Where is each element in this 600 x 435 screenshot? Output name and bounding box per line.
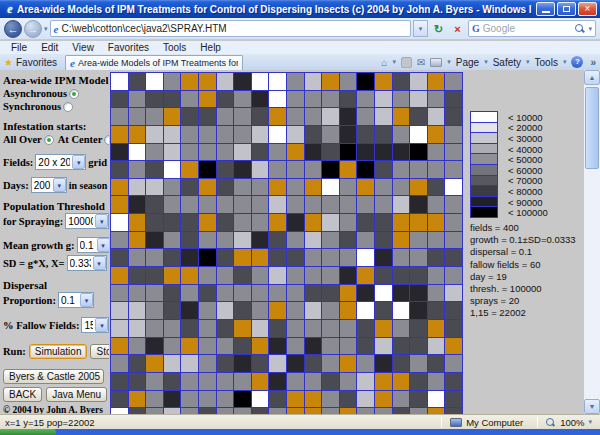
grid-cell[interactable] bbox=[287, 161, 304, 178]
start-button[interactable] bbox=[0, 429, 56, 435]
minimize-button[interactable] bbox=[536, 2, 555, 16]
grid-cell[interactable] bbox=[428, 320, 445, 337]
grid-cell[interactable] bbox=[287, 179, 304, 196]
grid-cell[interactable] bbox=[217, 285, 234, 302]
grid-cell[interactable] bbox=[322, 144, 339, 161]
grid-cell[interactable] bbox=[129, 302, 146, 319]
grid-cell[interactable] bbox=[269, 338, 286, 355]
grid-cell[interactable] bbox=[252, 196, 269, 213]
grid-cell[interactable] bbox=[199, 232, 216, 249]
grid-cell[interactable] bbox=[146, 338, 163, 355]
simulation-button[interactable]: Simulation bbox=[29, 344, 88, 359]
grid-cell[interactable] bbox=[181, 320, 198, 337]
grid-cell[interactable] bbox=[129, 285, 146, 302]
grid-cell[interactable] bbox=[357, 302, 374, 319]
grid-cell[interactable] bbox=[393, 91, 410, 108]
grid-cell[interactable] bbox=[410, 302, 427, 319]
grid-cell[interactable] bbox=[111, 249, 128, 266]
grid-cell[interactable] bbox=[428, 179, 445, 196]
grid-cell[interactable] bbox=[410, 232, 427, 249]
grid-cell[interactable] bbox=[269, 196, 286, 213]
grid-cell[interactable] bbox=[234, 196, 251, 213]
grid-cell[interactable] bbox=[375, 161, 392, 178]
asynchronous-radio[interactable] bbox=[69, 89, 79, 99]
grid-cell[interactable] bbox=[181, 338, 198, 355]
grid-cell[interactable] bbox=[164, 302, 181, 319]
grid-cell[interactable] bbox=[252, 373, 269, 390]
grid-cell[interactable] bbox=[111, 232, 128, 249]
grid-cell[interactable] bbox=[199, 267, 216, 284]
grid-cell[interactable] bbox=[234, 302, 251, 319]
grid-cell[interactable] bbox=[111, 391, 128, 408]
grid-cell[interactable] bbox=[146, 126, 163, 143]
grid-cell[interactable] bbox=[129, 232, 146, 249]
grid-cell[interactable] bbox=[393, 108, 410, 125]
forward-nav-button[interactable]: → bbox=[24, 20, 42, 38]
grid-cell[interactable] bbox=[322, 126, 339, 143]
tools-menu-button[interactable]: Tools bbox=[535, 57, 558, 68]
grid-cell[interactable] bbox=[305, 126, 322, 143]
grid-cell[interactable] bbox=[322, 338, 339, 355]
grid-cell[interactable] bbox=[375, 214, 392, 231]
grid-cell[interactable] bbox=[199, 73, 216, 90]
grid-cell[interactable] bbox=[357, 338, 374, 355]
grid-cell[interactable] bbox=[217, 161, 234, 178]
grid-cell[interactable] bbox=[252, 355, 269, 372]
grid-cell[interactable] bbox=[428, 91, 445, 108]
grid-cell[interactable] bbox=[410, 73, 427, 90]
grid-cell[interactable] bbox=[234, 391, 251, 408]
grid-cell[interactable] bbox=[129, 161, 146, 178]
grid-cell[interactable] bbox=[445, 73, 462, 90]
grid-cell[interactable] bbox=[428, 285, 445, 302]
overflow-chevron-icon[interactable]: » bbox=[590, 57, 596, 68]
grid-cell[interactable] bbox=[305, 214, 322, 231]
grid-cell[interactable] bbox=[393, 144, 410, 161]
grid-cell[interactable] bbox=[445, 391, 462, 408]
grid-cell[interactable] bbox=[269, 232, 286, 249]
grid-cell[interactable] bbox=[287, 302, 304, 319]
grid-cell[interactable] bbox=[217, 91, 234, 108]
grid-cell[interactable] bbox=[322, 249, 339, 266]
grid-cell[interactable] bbox=[340, 285, 357, 302]
grid-cell[interactable] bbox=[393, 179, 410, 196]
grid-cell[interactable] bbox=[357, 355, 374, 372]
grid-cell[interactable] bbox=[428, 267, 445, 284]
grid-cell[interactable] bbox=[111, 196, 128, 213]
grid-cell[interactable] bbox=[287, 108, 304, 125]
grid-cell[interactable] bbox=[340, 232, 357, 249]
grid-cell[interactable] bbox=[269, 179, 286, 196]
grid-cell[interactable] bbox=[322, 91, 339, 108]
sd-select-arrow-icon[interactable]: ▾ bbox=[93, 256, 106, 270]
grid-cell[interactable] bbox=[252, 302, 269, 319]
grid-cell[interactable] bbox=[410, 144, 427, 161]
grid-cell[interactable] bbox=[269, 73, 286, 90]
help-icon[interactable]: ? bbox=[571, 56, 583, 68]
grid-cell[interactable] bbox=[375, 355, 392, 372]
grid-cell[interactable] bbox=[357, 91, 374, 108]
grid-cell[interactable] bbox=[234, 338, 251, 355]
grid-cell[interactable] bbox=[410, 391, 427, 408]
back-applet-button[interactable]: BACK bbox=[3, 387, 42, 402]
grid-cell[interactable] bbox=[269, 373, 286, 390]
grid-cell[interactable] bbox=[111, 320, 128, 337]
grid-cell[interactable] bbox=[111, 108, 128, 125]
zoom-control[interactable]: 100% ▾ bbox=[538, 417, 600, 428]
grid-cell[interactable] bbox=[445, 285, 462, 302]
grid-cell[interactable] bbox=[428, 144, 445, 161]
grid-cell[interactable] bbox=[269, 108, 286, 125]
grid-cell[interactable] bbox=[340, 338, 357, 355]
grid-cell[interactable] bbox=[181, 267, 198, 284]
grid-cell[interactable] bbox=[340, 108, 357, 125]
grid-cell[interactable] bbox=[322, 285, 339, 302]
grid-cell[interactable] bbox=[164, 373, 181, 390]
grid-cell[interactable] bbox=[410, 320, 427, 337]
grid-cell[interactable] bbox=[375, 196, 392, 213]
grid-cell[interactable] bbox=[322, 179, 339, 196]
grid-cell[interactable] bbox=[445, 355, 462, 372]
grid-cell[interactable] bbox=[252, 320, 269, 337]
print-dropdown-icon[interactable]: ▾ bbox=[447, 58, 451, 66]
grid-cell[interactable] bbox=[146, 232, 163, 249]
grid-cell[interactable] bbox=[340, 302, 357, 319]
grid-cell[interactable] bbox=[375, 391, 392, 408]
grid-cell[interactable] bbox=[146, 91, 163, 108]
